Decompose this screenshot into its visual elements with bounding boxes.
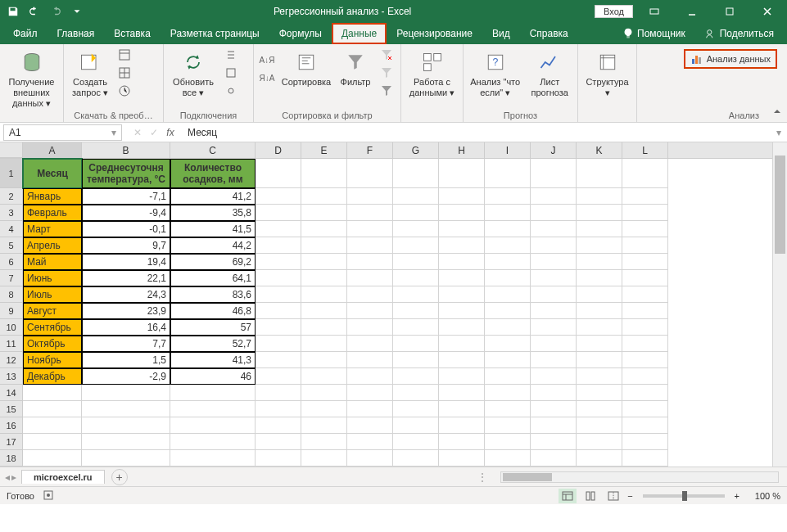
- cell[interactable]: [439, 237, 485, 254]
- cell[interactable]: Июнь: [23, 270, 82, 286]
- row-header[interactable]: 12: [0, 352, 23, 368]
- cell[interactable]: [256, 221, 301, 237]
- name-box[interactable]: A1 ▾: [3, 124, 122, 141]
- cell[interactable]: [393, 368, 439, 385]
- cell[interactable]: [82, 401, 170, 417]
- cell[interactable]: 19,4: [82, 254, 170, 270]
- tab-home[interactable]: Главная: [47, 23, 105, 44]
- cell[interactable]: 46,8: [170, 303, 256, 319]
- cell[interactable]: [301, 286, 347, 303]
- tab-insert[interactable]: Вставка: [104, 23, 161, 44]
- column-header[interactable]: B: [82, 142, 170, 158]
- cell[interactable]: Месяц: [23, 159, 82, 188]
- select-all-corner[interactable]: [0, 142, 23, 158]
- minimize-button[interactable]: [676, 0, 708, 23]
- cell[interactable]: [301, 221, 347, 237]
- cell[interactable]: [347, 319, 393, 336]
- cell[interactable]: [23, 385, 82, 401]
- row-header[interactable]: 6: [0, 254, 23, 270]
- row-header[interactable]: 8: [0, 286, 23, 303]
- advanced-filter-button[interactable]: [377, 82, 396, 100]
- ribbon-options-button[interactable]: [638, 0, 671, 23]
- cell[interactable]: [485, 286, 531, 303]
- cell[interactable]: -0,1: [82, 221, 170, 237]
- cell[interactable]: [439, 270, 485, 286]
- cell[interactable]: [301, 434, 347, 450]
- row-header[interactable]: 16: [0, 417, 23, 434]
- row-header[interactable]: 3: [0, 205, 23, 221]
- cell[interactable]: Ноябрь: [23, 352, 82, 368]
- forecast-sheet-button[interactable]: Лист прогноза: [525, 46, 574, 101]
- zoom-slider[interactable]: [643, 494, 725, 498]
- edit-links-button[interactable]: [221, 82, 241, 100]
- row-header[interactable]: 11: [0, 336, 23, 352]
- cell[interactable]: [485, 221, 531, 237]
- cell[interactable]: Август: [23, 303, 82, 319]
- cell[interactable]: [393, 385, 439, 401]
- cell[interactable]: [301, 417, 347, 434]
- cell[interactable]: [347, 270, 393, 286]
- row-header[interactable]: 4: [0, 221, 23, 237]
- cell[interactable]: [531, 237, 577, 254]
- cell[interactable]: [622, 254, 668, 270]
- cell[interactable]: [393, 286, 439, 303]
- cell[interactable]: [256, 254, 301, 270]
- sheet-nav-prev[interactable]: ◂: [5, 471, 10, 483]
- cell[interactable]: 9,7: [82, 237, 170, 254]
- cell[interactable]: [531, 221, 577, 237]
- cell[interactable]: [439, 401, 485, 417]
- cell[interactable]: [393, 159, 439, 188]
- cell[interactable]: [577, 270, 622, 286]
- cell[interactable]: [393, 205, 439, 221]
- properties-button[interactable]: [221, 64, 241, 82]
- cell[interactable]: [301, 270, 347, 286]
- cell[interactable]: [531, 434, 577, 450]
- cell[interactable]: [531, 401, 577, 417]
- close-button[interactable]: [751, 0, 784, 23]
- show-queries-button[interactable]: [115, 46, 134, 64]
- cell[interactable]: Сентябрь: [23, 319, 82, 336]
- cell[interactable]: [439, 336, 485, 352]
- redo-button[interactable]: [46, 2, 66, 21]
- cell[interactable]: [301, 368, 347, 385]
- formula-input[interactable]: Месяц: [183, 127, 771, 138]
- cell[interactable]: [485, 319, 531, 336]
- cell[interactable]: [531, 270, 577, 286]
- cell[interactable]: [531, 417, 577, 434]
- cell[interactable]: [439, 417, 485, 434]
- data-analysis-button[interactable]: Анализ данных: [684, 49, 777, 69]
- cell[interactable]: [622, 237, 668, 254]
- cell[interactable]: 24,3: [82, 286, 170, 303]
- cell[interactable]: [393, 336, 439, 352]
- cell[interactable]: [347, 336, 393, 352]
- tab-page-layout[interactable]: Разметка страницы: [161, 23, 269, 44]
- cell[interactable]: [347, 417, 393, 434]
- cell[interactable]: [301, 159, 347, 188]
- cell[interactable]: Среднесуточня температура, °C: [82, 159, 170, 188]
- cell[interactable]: [577, 336, 622, 352]
- cell[interactable]: [577, 385, 622, 401]
- cell[interactable]: [256, 336, 301, 352]
- recent-sources-button[interactable]: [115, 82, 134, 100]
- cell[interactable]: Июль: [23, 286, 82, 303]
- cell[interactable]: 22,1: [82, 270, 170, 286]
- cell[interactable]: [577, 450, 622, 467]
- cell[interactable]: [531, 159, 577, 188]
- cell[interactable]: Май: [23, 254, 82, 270]
- horizontal-scrollbar[interactable]: [500, 471, 779, 483]
- row-header[interactable]: 18: [0, 450, 23, 467]
- zoom-out-button[interactable]: −: [627, 491, 632, 501]
- column-header[interactable]: C: [170, 142, 256, 158]
- cell[interactable]: [256, 159, 301, 188]
- cell[interactable]: [439, 254, 485, 270]
- cell[interactable]: [347, 205, 393, 221]
- cell[interactable]: [301, 336, 347, 352]
- cell[interactable]: [622, 270, 668, 286]
- cell[interactable]: Март: [23, 221, 82, 237]
- cell[interactable]: [82, 450, 170, 467]
- vertical-scrollbar[interactable]: [772, 142, 787, 467]
- cell[interactable]: [622, 368, 668, 385]
- cell[interactable]: [485, 336, 531, 352]
- column-header[interactable]: L: [622, 142, 668, 158]
- cell[interactable]: [485, 159, 531, 188]
